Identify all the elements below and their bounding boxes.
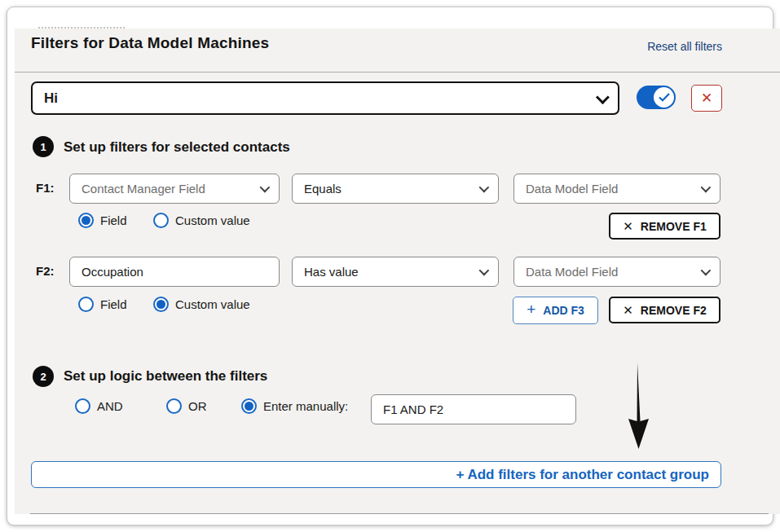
f1-target-select[interactable]: Data Model Field: [513, 174, 721, 204]
close-icon: ✕: [623, 303, 633, 318]
chevron-down-icon: [479, 182, 490, 193]
contact-group-select[interactable]: Hi: [31, 81, 619, 115]
radio-label: Enter manually:: [263, 399, 348, 413]
chevron-down-icon: [260, 182, 271, 193]
radio-button[interactable]: [78, 297, 94, 312]
plus-icon: +: [527, 301, 535, 319]
logic-radio-and[interactable]: AND: [75, 398, 123, 414]
chevron-down-icon: [479, 266, 490, 276]
add-f3-label: ADD F3: [543, 304, 584, 317]
radio-button[interactable]: [75, 398, 90, 414]
radio-label: Field: [100, 213, 127, 227]
remove-f2-label: REMOVE F2: [641, 304, 707, 317]
chevron-down-icon: [596, 90, 610, 104]
f2-target-value: Data Model Field: [526, 265, 618, 279]
check-icon: [659, 93, 670, 102]
close-icon: ✕: [623, 219, 633, 234]
logic-radio-or[interactable]: OR: [166, 398, 207, 414]
remove-f1-button[interactable]: ✕ REMOVE F1: [609, 213, 721, 240]
chevron-down-icon: [701, 266, 712, 276]
f1-radio-custom-value[interactable]: Custom value: [153, 213, 250, 228]
page-title: Filters for Data Model Machines: [31, 34, 269, 52]
f2-target-select[interactable]: Data Model Field: [513, 257, 721, 287]
f1-operator-select[interactable]: Equals: [292, 174, 499, 204]
f2-operator-value: Has value: [304, 265, 359, 279]
step-2-title: Set up logic between the filters: [64, 368, 267, 385]
f2-label: F2:: [36, 264, 55, 278]
f1-operator-value: Equals: [304, 182, 342, 196]
radio-label: Custom value: [175, 213, 250, 227]
add-f3-button[interactable]: + ADD F3: [513, 297, 598, 324]
radio-label: OR: [188, 399, 207, 413]
radio-label: Field: [100, 297, 127, 311]
radio-button[interactable]: [241, 398, 257, 414]
f2-operator-select[interactable]: Has value: [292, 257, 499, 287]
remove-f2-button[interactable]: ✕ REMOVE F2: [609, 297, 721, 323]
radio-button[interactable]: [166, 398, 182, 414]
radio-label: Custom value: [175, 297, 250, 311]
contact-group-select-value: Hi: [44, 90, 58, 107]
delete-group-button[interactable]: ✕: [691, 85, 722, 112]
group-enabled-toggle[interactable]: [637, 86, 676, 109]
add-filters-group-button[interactable]: + Add filters for another contact group: [31, 461, 721, 488]
logic-radio-manual[interactable]: Enter manually:: [241, 398, 348, 414]
radio-label: AND: [97, 399, 123, 413]
step-1-badge: 1: [33, 136, 54, 157]
toggle-knob: [652, 86, 676, 109]
f2-radio-field[interactable]: Field: [78, 297, 127, 312]
close-icon: ✕: [701, 91, 712, 105]
step-1-title: Set up filters for selected contacts: [64, 139, 290, 156]
reset-all-filters-link[interactable]: Reset all filters: [647, 40, 722, 53]
f1-field-select[interactable]: Contact Manager Field: [69, 174, 280, 204]
f2-field-input[interactable]: [69, 257, 280, 287]
f1-field-value: Contact Manager Field: [82, 182, 205, 196]
header-divider: [15, 72, 780, 73]
step-2-badge: 2: [33, 366, 54, 387]
page: Filters for Data Model Machines Reset al…: [0, 0, 780, 532]
f2-radio-custom-value[interactable]: Custom value: [153, 297, 250, 312]
radio-button[interactable]: [153, 297, 169, 312]
f1-radio-field[interactable]: Field: [78, 213, 127, 228]
down-arrow-annotation: [627, 363, 651, 450]
radio-button[interactable]: [78, 213, 94, 228]
f1-target-value: Data Model Field: [526, 182, 618, 196]
remove-f1-label: REMOVE F1: [641, 220, 707, 233]
add-filters-group-label: + Add filters for another contact group: [456, 467, 709, 483]
bottom-divider: [30, 513, 769, 514]
f1-label: F1:: [36, 181, 55, 195]
radio-button[interactable]: [153, 213, 169, 228]
logic-manual-input[interactable]: [371, 394, 576, 424]
chevron-down-icon: [701, 182, 712, 193]
